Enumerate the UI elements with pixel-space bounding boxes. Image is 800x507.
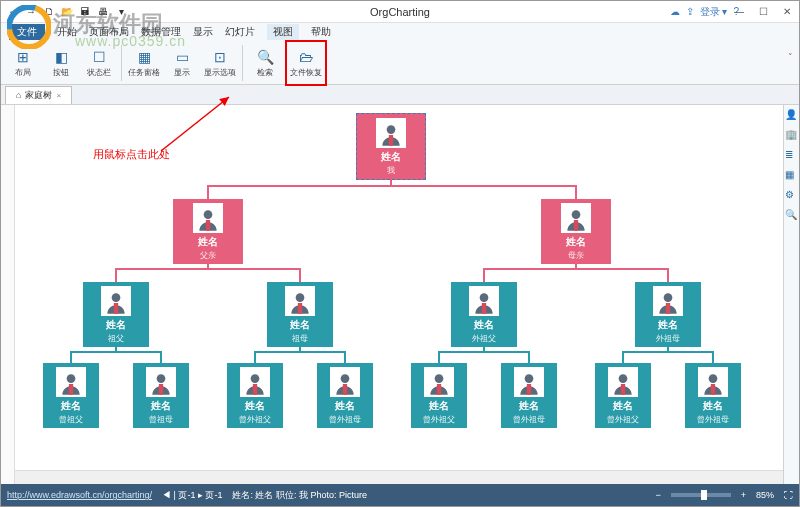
qat-new[interactable]: 🗋 [41,4,57,20]
sidebar-search-icon[interactable]: 🔍 [785,209,799,223]
svg-rect-18 [69,384,73,395]
sidebar-person-icon[interactable]: 👤 [785,109,799,123]
svg-rect-14 [482,303,486,314]
svg-rect-30 [621,384,625,395]
node-name: 姓名 [703,399,723,413]
menu-help[interactable]: 帮助 [311,25,331,39]
org-node[interactable]: 姓名曾外祖母 [501,363,557,428]
svg-line-2 [161,97,229,151]
zoom-out-button[interactable]: − [655,490,660,500]
org-node[interactable]: 姓名曾外祖父 [411,363,467,428]
qat-undo[interactable]: ← [5,4,21,20]
connector [483,268,485,282]
document-tab[interactable]: ⌂ 家庭树 × [5,86,72,104]
org-node[interactable]: 姓名父亲 [173,199,243,264]
menu-display[interactable]: 显示 [193,25,213,39]
share-icon[interactable]: ⇪ [686,6,694,17]
sidebar-org-icon[interactable]: 🏢 [785,129,799,143]
close-button[interactable]: ✕ [779,5,795,19]
ribbon-statusbar[interactable]: ☐状态栏 [81,43,117,83]
node-role: 祖母 [292,333,308,344]
menu-data[interactable]: 数据管理 [141,25,181,39]
quick-access-toolbar: ← → 🗋 📂 🖬 🖶 ▾ [1,4,129,20]
title-bar: ← → 🗋 📂 🖬 🖶 ▾ OrgCharting ☁ ⇪ 登录 ▾ ? — ☐… [1,1,799,23]
zoom-slider[interactable] [671,493,731,497]
node-role: 我 [387,165,395,176]
avatar [285,286,315,316]
ribbon-search[interactable]: 🔍检索 [247,43,283,83]
maximize-button[interactable]: ☐ [755,5,771,19]
node-name: 姓名 [381,150,401,164]
fit-button[interactable]: ⛶ [784,490,793,500]
org-node-root[interactable]: 姓名 我 [356,113,426,180]
qat-open[interactable]: 📂 [59,4,75,20]
svg-rect-4 [389,135,393,146]
menu-file[interactable]: 文件 [9,24,45,40]
avatar [424,367,454,397]
org-node[interactable]: 姓名曾外祖父 [595,363,651,428]
org-node[interactable]: 姓名曾外祖父 [227,363,283,428]
qat-more[interactable]: ▾ [113,4,129,20]
node-role: 曾外祖父 [239,414,271,425]
svg-rect-26 [437,384,441,395]
sidebar-list-icon[interactable]: ≣ [785,149,799,163]
sidebar-grid-icon[interactable]: ▦ [785,169,799,183]
ribbon-file-recover[interactable]: 🗁文件恢复 [288,43,324,83]
org-node[interactable]: 姓名曾外祖母 [317,363,373,428]
connector [575,185,577,199]
org-node[interactable]: 姓名祖父 [83,282,149,347]
node-role: 曾外祖父 [607,414,639,425]
svg-point-15 [664,293,673,302]
ribbon-collapse-icon[interactable]: ˬ [788,45,793,55]
highlight-annotation: 🗁文件恢复 [285,40,327,86]
avatar [698,367,728,397]
status-page[interactable]: ◀ | 页-1 ▸ 页-1 [162,489,222,502]
zoom-in-button[interactable]: + [741,490,746,500]
status-url[interactable]: http://www.edrawsoft.cn/orgcharting/ [7,490,152,500]
ribbon-options[interactable]: ⊡显示选项 [202,43,238,83]
node-name: 姓名 [290,318,310,332]
cloud-icon[interactable]: ☁ [670,6,680,17]
org-node[interactable]: 姓名母亲 [541,199,611,264]
org-node[interactable]: 姓名曾外祖母 [685,363,741,428]
ribbon-separator [121,45,122,81]
qat-save[interactable]: 🖬 [77,4,93,20]
avatar [56,367,86,397]
avatar [193,203,223,233]
tab-close-icon[interactable]: × [56,91,61,100]
node-role: 曾外祖母 [513,414,545,425]
svg-rect-10 [114,303,118,314]
ribbon-layout[interactable]: ⊞布局 [5,43,41,83]
connector [70,351,72,363]
qat-redo[interactable]: → [23,4,39,20]
sidebar-gear-icon[interactable]: ⚙ [785,189,799,203]
ribbon-show[interactable]: ▭显示 [164,43,200,83]
login-link[interactable]: 登录 ▾ [700,5,728,19]
svg-point-11 [296,293,305,302]
ribbon-taskpane[interactable]: ▦任务窗格 [126,43,162,83]
node-role: 曾祖母 [149,414,173,425]
qat-print[interactable]: 🖶 [95,4,111,20]
vertical-ruler [1,105,15,484]
org-node[interactable]: 姓名祖母 [267,282,333,347]
org-node[interactable]: 姓名曾祖父 [43,363,99,428]
connector [254,351,346,353]
horizontal-scrollbar[interactable] [15,470,783,484]
connector [115,268,117,282]
svg-point-29 [619,374,628,383]
menu-layout[interactable]: 页面布局 [89,25,129,39]
org-node[interactable]: 姓名曾祖母 [133,363,189,428]
connector [70,351,162,353]
minimize-button[interactable]: — [731,5,747,19]
menu-view[interactable]: 视图 [267,24,299,40]
menu-start[interactable]: 开始 [57,25,77,39]
menu-slides[interactable]: 幻灯片 [225,25,255,39]
connector [115,268,301,270]
ribbon-button[interactable]: ◧按钮 [43,43,79,83]
org-node[interactable]: 姓名外祖母 [635,282,701,347]
connector [622,351,714,353]
avatar [101,286,131,316]
org-node[interactable]: 姓名外祖父 [451,282,517,347]
node-role: 外祖母 [656,333,680,344]
avatar [561,203,591,233]
